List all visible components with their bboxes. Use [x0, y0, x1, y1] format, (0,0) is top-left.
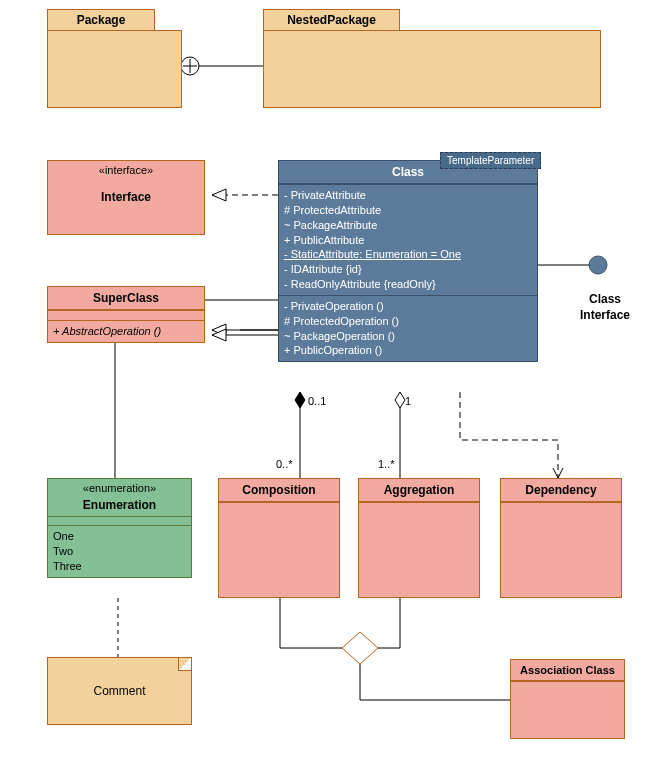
enum-v2: Two	[53, 544, 186, 559]
composition-name: Composition	[219, 479, 339, 502]
enum-name: Enumeration	[48, 494, 191, 517]
superclass-attrs-empty	[48, 310, 204, 320]
aggregation-name: Aggregation	[359, 479, 479, 502]
composition-box: Composition	[218, 478, 340, 598]
attr-id: - IDAttribute {id}	[284, 262, 532, 277]
comment-note: Comment	[47, 657, 192, 725]
enum-stereo: «enumeration»	[48, 479, 191, 494]
enum-vals: One Two Three	[48, 525, 191, 577]
class-ops: - PrivateOperation () # ProtectedOperati…	[279, 295, 537, 361]
dependency-name: Dependency	[501, 479, 621, 502]
dependency-box: Dependency	[500, 478, 622, 598]
class-attrs: - PrivateAttribute # ProtectedAttribute …	[279, 184, 537, 295]
interface-box: «interface» Interface	[47, 160, 205, 235]
connectors-layer	[0, 0, 646, 759]
enum-v3: Three	[53, 559, 186, 574]
association-class-empty	[511, 681, 624, 691]
lollipop-line2: Interface	[580, 308, 630, 322]
nested-package-tab: NestedPackage	[263, 9, 400, 31]
enumeration-box: «enumeration» Enumeration One Two Three	[47, 478, 192, 578]
package-body	[47, 30, 182, 108]
interface-stereo: «interface»	[48, 161, 204, 176]
attr-private: - PrivateAttribute	[284, 188, 532, 203]
op-package: ~ PackageOperation ()	[284, 329, 532, 344]
op-private: - PrivateOperation ()	[284, 299, 532, 314]
enum-v1: One	[53, 529, 186, 544]
comment-text: Comment	[93, 684, 145, 698]
attr-public: + PublicAttribute	[284, 233, 532, 248]
attr-static: - StaticAttribute: Enumeration = One	[284, 247, 532, 262]
association-class-box: Association Class	[510, 659, 625, 739]
lollipop-label: Class Interface	[565, 292, 645, 323]
template-parameter: TemplateParameter	[440, 152, 541, 169]
svg-point-1	[181, 57, 199, 75]
superclass-name: SuperClass	[48, 287, 204, 310]
aggregation-box: Aggregation	[358, 478, 480, 598]
dependency-empty	[501, 502, 621, 512]
superclass-box: SuperClass + AbstractOperation ()	[47, 286, 205, 343]
package-label: Package	[77, 13, 126, 27]
op-protected: # ProtectedOperation ()	[284, 314, 532, 329]
nested-package-label: NestedPackage	[287, 13, 376, 27]
superclass-op: + AbstractOperation ()	[48, 320, 204, 342]
enum-empty	[48, 517, 191, 525]
attr-protected: # ProtectedAttribute	[284, 203, 532, 218]
mult-comp-near: 0..1	[308, 395, 326, 407]
class-box: Class - PrivateAttribute # ProtectedAttr…	[278, 160, 538, 362]
uml-diagram: Package NestedPackage «interface» Interf…	[0, 0, 646, 759]
association-class-name: Association Class	[511, 660, 624, 681]
lollipop-line1: Class	[589, 292, 621, 306]
attr-package: ~ PackageAttribute	[284, 218, 532, 233]
mult-agg-far: 1..*	[378, 458, 395, 470]
package-tab: Package	[47, 9, 155, 31]
op-public: + PublicOperation ()	[284, 343, 532, 358]
attr-readonly: - ReadOnlyAttribute {readOnly}	[284, 277, 532, 292]
svg-point-8	[589, 256, 607, 274]
composition-empty	[219, 502, 339, 512]
aggregation-empty	[359, 502, 479, 512]
nested-package-body	[263, 30, 601, 108]
mult-agg-near: 1	[405, 395, 411, 407]
mult-comp-far: 0..*	[276, 458, 293, 470]
interface-name: Interface	[48, 176, 204, 204]
